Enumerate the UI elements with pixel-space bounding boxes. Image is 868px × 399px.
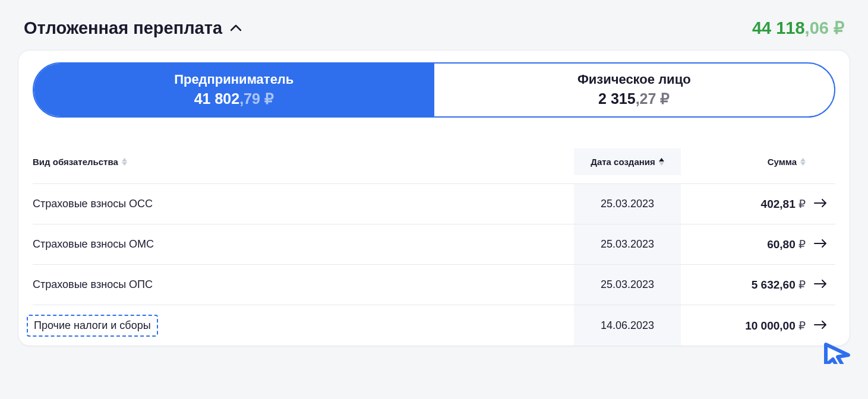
col-date-header[interactable]: Дата создания	[574, 148, 681, 175]
sum-rub: ₽	[796, 319, 806, 332]
tab-amount-rub: ₽	[656, 90, 670, 107]
col-label: Вид обязательства	[33, 157, 118, 167]
tab-amount: 2 315,27 ₽	[434, 89, 835, 109]
table-row[interactable]: Страховые взносы ОСС 25.03.2023 402,81 ₽	[33, 184, 835, 224]
total-rub: ₽	[829, 18, 844, 37]
arrow-right-icon	[814, 321, 827, 329]
col-label: Дата создания	[591, 157, 655, 167]
tab-title: Предприниматель	[34, 71, 434, 89]
cell-name: Прочие налоги и сборы	[33, 315, 574, 337]
total-dec: ,06	[805, 18, 829, 37]
tab-amount-dec: ,27	[636, 90, 656, 107]
cell-arrow[interactable]	[806, 238, 835, 251]
section-title: Отложенная переплата	[24, 18, 222, 38]
tab-individual[interactable]: Физическое лицо 2 315,27 ₽	[434, 64, 835, 116]
table-row[interactable]: Страховые взносы ОМС 25.03.2023 60,80 ₽	[33, 224, 835, 265]
chevron-up-icon[interactable]	[231, 24, 241, 31]
sum-rub: ₽	[796, 278, 806, 291]
page-container: Отложенная переплата 44 118,06 ₽ Предпри…	[18, 18, 850, 346]
cell-arrow[interactable]	[806, 278, 835, 291]
tab-title: Физическое лицо	[434, 71, 835, 89]
obligations-table: Вид обязательства Дата создания Сумма	[33, 140, 835, 346]
table-row[interactable]: Прочие налоги и сборы 14.06.2023 10 000,…	[33, 305, 835, 346]
col-sum-header[interactable]: Сумма	[681, 157, 806, 167]
sum-val: 60,80	[767, 238, 796, 251]
sum-rub: ₽	[796, 198, 806, 210]
cell-arrow[interactable]	[806, 198, 835, 210]
cell-sum: 402,81 ₽	[681, 197, 806, 211]
cell-name: Страховые взносы ОСС	[33, 198, 574, 210]
cell-date: 25.03.2023	[574, 265, 681, 305]
sort-icon[interactable]	[659, 158, 664, 166]
sum-val: 10 000,00	[745, 319, 796, 332]
cell-name: Страховые взносы ОПС	[33, 278, 574, 291]
cell-sum: 10 000,00 ₽	[681, 319, 806, 332]
tab-amount-dec: ,79	[239, 90, 260, 107]
highlighted-name: Прочие налоги и сборы	[27, 315, 158, 337]
table-row[interactable]: Страховые взносы ОПС 25.03.2023 5 632,60…	[33, 265, 835, 305]
cell-sum: 5 632,60 ₽	[681, 278, 806, 292]
tab-amount-int: 41 802	[194, 90, 239, 107]
section-header: Отложенная переплата 44 118,06 ₽	[18, 18, 850, 38]
section-title-wrap[interactable]: Отложенная переплата	[24, 18, 241, 38]
tab-amount-rub: ₽	[260, 90, 274, 107]
tabs: Предприниматель 41 802,79 ₽ Физическое л…	[33, 62, 835, 118]
arrow-right-icon	[814, 280, 827, 288]
arrow-right-icon	[814, 239, 827, 248]
cell-date: 25.03.2023	[574, 184, 681, 224]
sort-icon[interactable]	[800, 158, 806, 166]
cell-date: 14.06.2023	[574, 305, 681, 346]
cell-arrow[interactable]	[806, 319, 835, 332]
card: Предприниматель 41 802,79 ₽ Физическое л…	[18, 50, 850, 346]
cell-sum: 60,80 ₽	[681, 238, 806, 251]
sum-val: 402,81	[761, 198, 796, 210]
tab-amount-int: 2 315	[598, 90, 636, 107]
tab-amount: 41 802,79 ₽	[34, 89, 434, 109]
sum-val: 5 632,60	[752, 278, 796, 291]
cell-date: 25.03.2023	[574, 224, 681, 264]
total-int: 44 118	[752, 18, 805, 37]
tab-entrepreneur[interactable]: Предприниматель 41 802,79 ₽	[34, 64, 434, 116]
sum-rub: ₽	[796, 238, 806, 251]
col-obligation-header[interactable]: Вид обязательства	[33, 157, 574, 167]
table-header: Вид обязательства Дата создания Сумма	[33, 140, 835, 184]
sort-icon[interactable]	[122, 158, 127, 166]
total-amount: 44 118,06 ₽	[752, 18, 844, 38]
arrow-right-icon	[814, 199, 827, 207]
cell-name: Страховые взносы ОМС	[33, 238, 574, 251]
col-label: Сумма	[768, 157, 797, 167]
